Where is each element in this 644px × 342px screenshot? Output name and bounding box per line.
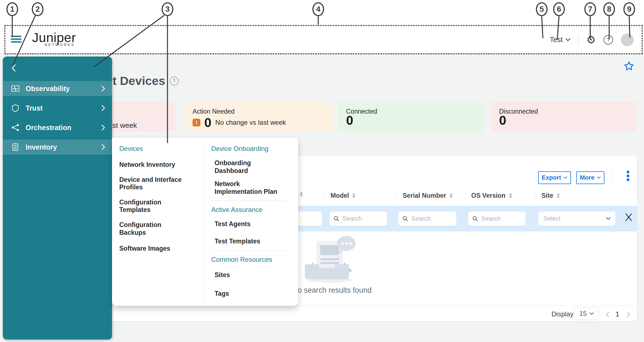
column-header-label: Serial Number xyxy=(403,192,446,199)
kebab-menu-icon[interactable] xyxy=(627,171,629,182)
flyout-column-divider xyxy=(204,142,205,301)
search-field[interactable] xyxy=(481,215,526,223)
flyout-section-heading: Active Assurance xyxy=(211,206,293,214)
settings-gear-icon[interactable]: ⚙ xyxy=(586,35,596,45)
callout-2: 2 xyxy=(32,2,43,16)
chevron-down-icon xyxy=(597,176,601,179)
column-header-os-version[interactable]: OS Version xyxy=(471,192,512,199)
page-title: t Devices ? xyxy=(113,74,179,88)
flyout-section-heading: Common Resources xyxy=(211,256,293,263)
flyout-section-heading: Device Onboarding xyxy=(211,145,293,153)
chevron-right-icon xyxy=(101,85,105,92)
flyout-item-network-inventory[interactable]: Network Inventory xyxy=(119,161,184,169)
chevron-down-icon xyxy=(563,176,567,179)
logo-wordmark: Juniper xyxy=(32,31,76,44)
column-header-model[interactable]: Model xyxy=(330,192,356,199)
sidebar-item-observability[interactable]: Observability xyxy=(3,81,112,96)
flyout-item-configuration-backups[interactable]: Configuration Backups xyxy=(119,221,184,236)
sort-icon[interactable] xyxy=(352,193,356,198)
display-label: Display xyxy=(551,310,573,318)
more-button-label: More xyxy=(580,174,595,181)
column-separator xyxy=(397,189,397,202)
sort-icon-partial[interactable] xyxy=(300,192,303,197)
org-switcher[interactable]: Test xyxy=(550,36,570,44)
callout-6: 6 xyxy=(553,2,565,16)
search-icon xyxy=(334,216,339,221)
document-list-icon xyxy=(11,143,20,151)
more-button[interactable]: More xyxy=(576,171,604,184)
flyout-onboarding-column: Device Onboarding Onboarding Dashboard N… xyxy=(211,145,293,298)
callout-3: 3 xyxy=(162,2,173,16)
sidebar-item-label: Inventory xyxy=(26,143,101,151)
chevron-down-icon xyxy=(589,312,594,315)
search-input-serial-number[interactable] xyxy=(398,211,456,226)
search-field[interactable] xyxy=(342,215,387,223)
callout-8: 8 xyxy=(603,2,615,16)
sort-icon[interactable] xyxy=(556,193,560,198)
site-select-dropdown[interactable]: Select xyxy=(538,211,616,226)
page-size-dropdown[interactable]: 15 xyxy=(574,307,599,320)
page-size-value: 15 xyxy=(579,310,587,317)
column-separator xyxy=(324,189,325,202)
sort-icon[interactable] xyxy=(449,193,453,198)
card-note: No change vs last week xyxy=(215,119,286,126)
share-nodes-icon xyxy=(11,123,20,132)
flyout-item-test-templates[interactable]: Test Templates xyxy=(215,238,282,245)
callout-4: 4 xyxy=(312,2,324,16)
toolbar-separator xyxy=(612,172,613,184)
next-page-icon[interactable] xyxy=(627,312,631,318)
flyout-item-test-agents[interactable]: Test Agents xyxy=(215,220,282,228)
column-header-serial-number[interactable]: Serial Number xyxy=(403,192,453,199)
hamburger-menu-icon[interactable] xyxy=(11,36,22,44)
sidebar-item-trust[interactable]: Trust xyxy=(3,101,112,116)
chevron-down-icon xyxy=(606,217,611,220)
flyout-item-onboarding-dashboard[interactable]: Onboarding Dashboard xyxy=(215,159,282,175)
card-title: Action Needed xyxy=(193,108,235,115)
flyout-item-network-implementation-plan[interactable]: Network Implementation Plan xyxy=(215,180,282,196)
sort-icon[interactable] xyxy=(509,193,512,198)
shield-icon xyxy=(11,104,20,112)
sidebar-collapse-icon[interactable] xyxy=(11,64,17,73)
column-header-site[interactable]: Site xyxy=(541,192,560,199)
sidebar-item-orchestration[interactable]: Orchestration xyxy=(3,120,112,135)
column-separator xyxy=(535,189,536,202)
favorite-star-icon[interactable] xyxy=(624,61,634,72)
sidebar-item-inventory[interactable]: Inventory xyxy=(3,140,112,155)
main-sidebar: Observability Trust xyxy=(3,57,112,339)
summary-card-connected[interactable]: Connected 0 xyxy=(338,102,484,132)
flyout-section-heading: Devices xyxy=(119,145,199,153)
summary-card-action-needed[interactable]: Action Needed ! 0 No change vs last week xyxy=(185,102,334,132)
flyout-item-tags[interactable]: Tags xyxy=(215,290,282,298)
sidebar-item-label: Observability xyxy=(26,85,101,93)
column-header-label: OS Version xyxy=(471,192,506,199)
flyout-item-device-interface-profiles[interactable]: Device and Interface Profiles xyxy=(119,176,184,191)
previous-page-icon[interactable] xyxy=(606,312,609,318)
select-placeholder: Select xyxy=(543,215,560,222)
search-input-model[interactable] xyxy=(329,211,387,226)
page-help-icon[interactable]: ? xyxy=(170,77,179,86)
export-button-label: Export xyxy=(542,174,561,181)
search-field[interactable] xyxy=(411,215,456,223)
chevron-right-icon xyxy=(101,124,105,131)
card-value: 0 xyxy=(204,116,212,129)
chevron-right-icon xyxy=(101,105,105,111)
pulse-monitor-icon xyxy=(11,84,20,93)
card-value: 0 xyxy=(499,114,506,127)
summary-card-disconnected[interactable]: Disconnected 0 xyxy=(491,102,637,132)
flyout-section-divider xyxy=(211,250,286,251)
flyout-item-sites[interactable]: Sites xyxy=(215,271,282,279)
callout-9: 9 xyxy=(623,2,635,16)
flyout-item-software-images[interactable]: Software Images xyxy=(119,245,184,253)
column-separator xyxy=(465,189,465,202)
column-header-label: Site xyxy=(541,192,553,199)
user-avatar[interactable] xyxy=(621,33,634,46)
search-icon xyxy=(402,216,408,221)
header-separator xyxy=(578,35,579,45)
flyout-item-configuration-templates[interactable]: Configuration Templates xyxy=(119,199,184,214)
help-icon[interactable]: ? xyxy=(604,35,613,45)
sidebar-item-label: Orchestration xyxy=(26,124,101,132)
export-button[interactable]: Export xyxy=(538,171,571,184)
column-header-label: Model xyxy=(330,192,349,199)
search-input-os-version[interactable] xyxy=(468,211,526,226)
clear-filters-icon[interactable] xyxy=(624,212,633,223)
